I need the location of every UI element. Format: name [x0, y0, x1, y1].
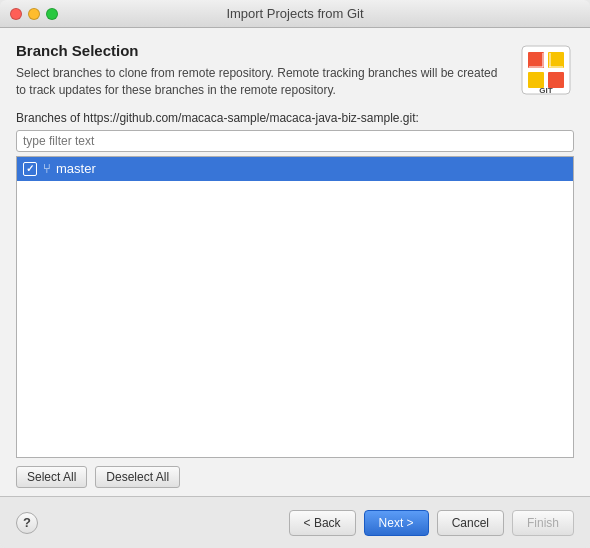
minimize-button[interactable] [28, 8, 40, 20]
svg-rect-8 [549, 66, 563, 68]
branch-item[interactable]: ✓ ⑂ master [17, 157, 573, 181]
back-button[interactable]: < Back [289, 510, 356, 536]
branch-list: ✓ ⑂ master [16, 156, 574, 458]
branch-checkbox[interactable]: ✓ [23, 162, 37, 176]
maximize-button[interactable] [46, 8, 58, 20]
select-all-button[interactable]: Select All [16, 466, 87, 488]
filter-input[interactable] [16, 130, 574, 152]
checkmark-icon: ✓ [26, 163, 34, 174]
bottom-bar: ? < Back Next > Cancel Finish [0, 496, 590, 548]
next-button[interactable]: Next > [364, 510, 429, 536]
header-section: Branch Selection Select branches to clon… [16, 42, 574, 99]
branches-label: Branches of https://github.com/macaca-sa… [16, 111, 574, 125]
bottom-right: < Back Next > Cancel Finish [289, 510, 574, 536]
main-content: Branch Selection Select branches to clon… [0, 28, 590, 496]
deselect-all-button[interactable]: Deselect All [95, 466, 180, 488]
help-button[interactable]: ? [16, 512, 38, 534]
close-button[interactable] [10, 8, 22, 20]
cancel-button[interactable]: Cancel [437, 510, 504, 536]
window-controls [10, 8, 58, 20]
svg-rect-9 [549, 53, 551, 67]
git-logo: GIT [518, 42, 574, 98]
window-title: Import Projects from Git [226, 6, 363, 21]
section-title: Branch Selection [16, 42, 506, 59]
header-text: Branch Selection Select branches to clon… [16, 42, 506, 99]
finish-button[interactable]: Finish [512, 510, 574, 536]
svg-text:GIT: GIT [539, 86, 552, 95]
svg-rect-7 [542, 53, 544, 67]
svg-rect-1 [528, 52, 544, 68]
branch-name: master [56, 161, 96, 176]
svg-rect-6 [529, 66, 543, 68]
section-description: Select branches to clone from remote rep… [16, 65, 506, 99]
list-buttons: Select All Deselect All [16, 458, 574, 488]
bottom-left: ? [16, 512, 38, 534]
title-bar: Import Projects from Git [0, 0, 590, 28]
branch-icon: ⑂ [43, 161, 51, 176]
